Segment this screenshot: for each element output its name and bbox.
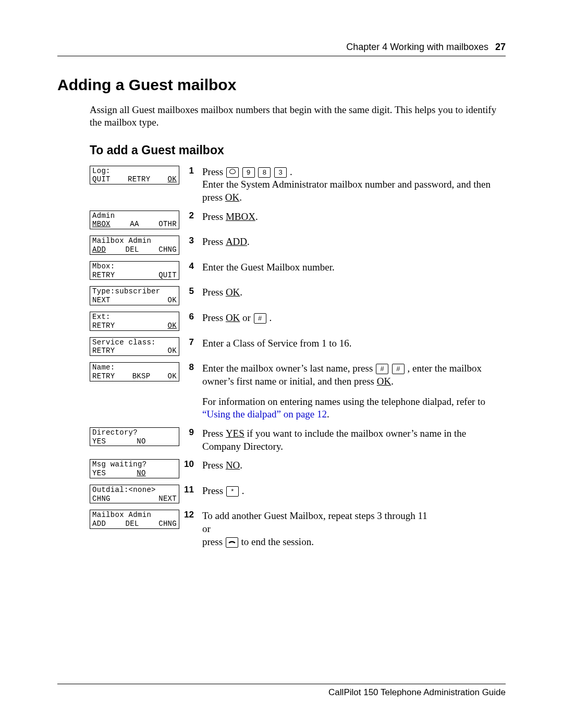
cross-reference-link[interactable]: “Using the dialpad” on page 12 — [202, 409, 327, 419]
lcd-display: Service class: RETRY OK — [90, 337, 179, 356]
lcd-line1: Log: — [92, 167, 177, 176]
step-text: Press YES if you want to include the mai… — [197, 427, 506, 453]
hash-key-icon: # — [254, 313, 266, 324]
step-text: Press MBOX. — [197, 211, 506, 224]
step-number: 5 — [179, 286, 197, 297]
lcd-display: Log: QUIT RETRY OK — [90, 166, 179, 185]
page-title: Adding a Guest mailbox — [57, 76, 506, 94]
steps-list: Log: QUIT RETRY OK 1 Press 9 8 3 . Enter… — [90, 166, 506, 549]
step-text: Press OK. — [197, 286, 506, 299]
step-row: Admin MBOX AA OTHR 2 Press MBOX. — [90, 211, 506, 230]
hash-key-icon: # — [392, 364, 405, 374]
running-header: Chapter 4 Working with mailboxes 27 — [57, 42, 506, 56]
step-row: Log: QUIT RETRY OK 1 Press 9 8 3 . Enter… — [90, 166, 506, 204]
step-text: Enter the Guest Mailbox number. — [197, 261, 506, 274]
step-text: Press 9 8 3 . Enter the System Administr… — [197, 166, 506, 204]
release-key-icon — [226, 537, 238, 548]
step-number: 4 — [179, 261, 197, 272]
step-row: Outdial:<none> CHNG NEXT 11 Press * . — [90, 485, 506, 504]
step-row: Mbox: RETRY QUIT 4 Enter the Guest Mailb… — [90, 261, 506, 280]
section-title: To add a Guest mailbox — [90, 143, 506, 157]
step-number: 11 — [179, 485, 197, 495]
keypad-key: 8 — [258, 167, 271, 178]
intro-paragraph: Assign all Guest mailboxes mailbox numbe… — [90, 104, 506, 129]
lcd-display: Type:subscriber NEXT OK — [90, 286, 179, 305]
keypad-key: 9 — [242, 167, 255, 178]
lcd-display: Admin MBOX AA OTHR — [90, 211, 179, 230]
step-row: Mailbox Admin ADD DEL CHNG 3 Press ADD. — [90, 236, 506, 255]
lcd-display: Directory? YES NO — [90, 427, 179, 447]
step-text: Enter a Class of Service from 1 to 16. — [197, 337, 506, 350]
star-key-icon: * — [226, 486, 239, 497]
chapter-label: Chapter 4 Working with mailboxes — [346, 42, 488, 52]
lcd-display: Mbox: RETRY QUIT — [90, 261, 179, 280]
lcd-display: Msg waiting? YES NO — [90, 459, 179, 478]
lcd-display: Mailbox Admin ADD DEL CHNG — [90, 510, 179, 529]
step-row: Ext: RETRY OK 6 Press OK or # . — [90, 312, 506, 331]
step-row: Msg waiting? YES NO 10 Press NO. — [90, 459, 506, 478]
lcd-display: Mailbox Admin ADD DEL CHNG — [90, 236, 179, 255]
step-text: Press ADD. — [197, 236, 506, 249]
step-number: 6 — [179, 312, 197, 322]
step-text: Press NO. — [197, 459, 506, 472]
step-number: 12 — [179, 510, 197, 520]
page: Chapter 4 Working with mailboxes 27 Addi… — [0, 0, 563, 728]
step-row: Type:subscriber NEXT OK 5 Press OK. — [90, 286, 506, 305]
keypad-key: 3 — [274, 167, 287, 178]
step-number: 7 — [179, 337, 197, 348]
step-text: Enter the mailbox owner’s last name, pre… — [197, 362, 506, 421]
lcd-softkeys: QUIT RETRY OK — [92, 175, 177, 184]
step-text: Press * . — [197, 485, 506, 498]
step-number: 1 — [179, 166, 197, 176]
lcd-display: Outdial:<none> CHNG NEXT — [90, 485, 179, 504]
step-number: 8 — [179, 362, 197, 373]
step-number: 10 — [179, 459, 197, 470]
step-number: 2 — [179, 211, 197, 221]
feature-key-icon — [226, 167, 239, 178]
step-row: Name: RETRY BKSP OK 8 Enter the mailbox … — [90, 362, 506, 421]
footer-text: CallPilot 150 Telephone Administration G… — [57, 684, 506, 698]
lcd-display: Name: RETRY BKSP OK — [90, 362, 179, 381]
page-number: 27 — [495, 42, 506, 52]
step-number: 9 — [179, 427, 197, 438]
step-row: Mailbox Admin ADD DEL CHNG 12 To add ano… — [90, 510, 506, 548]
step-text: Press OK or # . — [197, 312, 506, 325]
step-text: To add another Guest Mailbox, repeat ste… — [197, 510, 506, 548]
step-row: Service class: RETRY OK 7 Enter a Class … — [90, 337, 506, 356]
step-number: 3 — [179, 236, 197, 246]
step-row: Directory? YES NO 9 Press YES if you wan… — [90, 427, 506, 453]
hash-key-icon: # — [376, 364, 388, 374]
lcd-display: Ext: RETRY OK — [90, 312, 179, 331]
